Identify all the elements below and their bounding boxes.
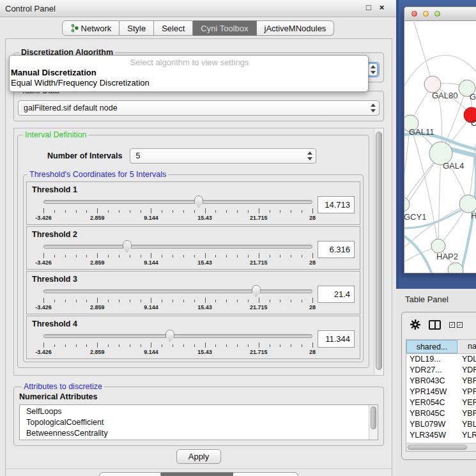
tick-mark xyxy=(248,210,249,213)
table-row[interactable]: YDR27...YDR2 xyxy=(406,365,476,376)
tick-mark xyxy=(43,298,44,303)
column-header-shared-name[interactable]: shared... xyxy=(406,340,457,353)
tick-mark xyxy=(54,210,55,213)
gear-icon[interactable] xyxy=(410,319,420,330)
attribute-list-item[interactable]: SelfLoops xyxy=(26,406,378,417)
slider-track[interactable] xyxy=(43,245,312,249)
zoom-traffic-light-icon[interactable] xyxy=(434,11,440,17)
screen: Control Panel □ × NetworkStyleSelectCyni… xyxy=(0,0,476,476)
table-row[interactable]: YBL079WYBL0 xyxy=(406,419,476,430)
network-node-gcy1[interactable] xyxy=(404,197,410,211)
tick-mark xyxy=(312,342,313,348)
slider-handle[interactable] xyxy=(165,330,174,342)
tab-cyni-toolbox[interactable]: Cyni Toolbox xyxy=(193,20,256,36)
attribute-list-item[interactable]: BetweennessCentrality xyxy=(26,428,378,439)
table-row[interactable]: YBR043CYBR0 xyxy=(406,376,476,387)
threshold-value-field[interactable]: 21.4 xyxy=(318,286,355,303)
network-node-bottom[interactable] xyxy=(448,263,463,273)
node-label: GAL4 xyxy=(443,161,464,171)
column-visibility-checkboxes-icon[interactable] xyxy=(449,322,463,328)
table-row[interactable]: YPR145WYPR1 xyxy=(406,387,476,397)
close-traffic-light-icon[interactable] xyxy=(411,11,417,17)
network-window-titlebar xyxy=(404,7,476,21)
table-panel-window: shared... na YDL19...YDL1YDR27...YDR2YBR… xyxy=(401,312,476,460)
dropdown-item-equal-width-frequency[interactable]: Equal Width/Frequency Discretization xyxy=(10,78,368,88)
close-window-icon[interactable]: × xyxy=(376,3,387,12)
stepper-icon[interactable] xyxy=(305,150,314,162)
table-data-combobox[interactable]: galFiltered.sif default node xyxy=(18,100,380,116)
tick-mark xyxy=(248,344,249,347)
tab-network[interactable]: Network xyxy=(62,20,120,36)
table-cell: YLR345W xyxy=(406,430,457,441)
network-node-hap2[interactable] xyxy=(431,239,445,253)
dropdown-item-placeholder[interactable]: Select algorithm to view settings xyxy=(10,58,368,68)
threshold-label: Threshold 4 xyxy=(32,319,355,328)
table-row[interactable]: YLR345WYLR3 xyxy=(406,430,476,441)
threshold-value-field[interactable]: 11.344 xyxy=(318,330,355,348)
column-header-name[interactable]: na xyxy=(457,340,476,353)
slider-handle[interactable] xyxy=(194,196,203,208)
attributes-to-discretize-group: Attributes to discretize Numerical Attri… xyxy=(13,382,384,446)
slider-track[interactable] xyxy=(43,289,312,293)
tab-infer-network[interactable]: Infer Network xyxy=(233,472,298,476)
minimize-traffic-light-icon[interactable] xyxy=(423,11,429,17)
threshold-slider[interactable]: -3.4262.8599.14415.4321.71528 xyxy=(43,240,312,267)
numerical-attributes-list[interactable]: SelfLoopsTopologicalCoefficientBetweenne… xyxy=(19,404,378,440)
dropdown-item-manual-discretization[interactable]: Manual Discretization xyxy=(10,68,368,78)
tick-mark xyxy=(86,255,87,257)
tick-mark xyxy=(280,255,280,257)
horizontal-scrollbar[interactable] xyxy=(406,443,476,451)
tab-discretize-data[interactable]: Discretize Data xyxy=(161,472,233,476)
tick-label: 9.144 xyxy=(144,215,158,221)
tick-mark xyxy=(151,342,151,348)
tab-style[interactable]: Style xyxy=(119,20,154,36)
tick-mark xyxy=(270,300,270,302)
scrollbar-thumb[interactable] xyxy=(376,132,382,370)
table-cell: YLR3 xyxy=(457,430,476,441)
tick-mark xyxy=(119,210,119,213)
network-node-right[interactable] xyxy=(459,195,476,213)
apply-button[interactable]: Apply xyxy=(176,449,222,464)
threshold-label: Threshold 2 xyxy=(32,230,355,239)
number-of-intervals-combobox[interactable]: 5 xyxy=(130,148,316,164)
list-scrollbar[interactable] xyxy=(369,405,378,440)
slider-handle[interactable] xyxy=(123,240,132,252)
tick-mark xyxy=(119,255,119,257)
tick-mark xyxy=(312,208,313,213)
stepper-icon[interactable] xyxy=(369,64,377,75)
table-row[interactable]: YBR045CYBR0 xyxy=(406,408,476,419)
split-view-icon[interactable] xyxy=(429,320,441,330)
network-tab-icon xyxy=(70,24,79,33)
vertical-scrollbar[interactable] xyxy=(374,128,383,375)
threshold-value-field[interactable]: 14.713 xyxy=(318,196,355,213)
slider-track[interactable] xyxy=(43,334,312,338)
threshold-slider[interactable]: -3.4262.8599.14415.4321.71528 xyxy=(43,330,312,357)
threshold-value-field[interactable]: 6.316 xyxy=(318,241,355,258)
tick-mark xyxy=(97,253,98,258)
table-cell: YDR27... xyxy=(406,365,457,376)
table-row[interactable]: YDL19...YDL1 xyxy=(406,354,476,365)
attribute-list-item[interactable]: TopologicalCoefficient xyxy=(26,417,378,428)
scrollbar-thumb[interactable] xyxy=(371,406,376,429)
tick-mark xyxy=(259,342,259,348)
tick-label: 21.715 xyxy=(250,349,268,355)
slider-handle[interactable] xyxy=(252,285,261,297)
slider-tick-labels: -3.4262.8599.14415.4321.71528 xyxy=(43,349,312,356)
table-row[interactable]: YER054CYER0 xyxy=(406,397,476,408)
slider-track[interactable] xyxy=(43,200,312,204)
tab-select[interactable]: Select xyxy=(154,20,193,36)
tab-jactivemnodules[interactable]: jActiveMNodules xyxy=(257,20,335,36)
tick-mark xyxy=(302,300,302,302)
tick-mark xyxy=(215,300,216,302)
threshold-slider[interactable]: -3.4262.8599.14415.4321.71528 xyxy=(43,285,312,312)
stepper-icon[interactable] xyxy=(369,102,377,114)
float-window-icon[interactable]: □ xyxy=(363,3,374,12)
tab-impute-data[interactable]: Impute Data xyxy=(99,472,161,476)
tick-mark xyxy=(65,210,66,213)
scrollbar-thumb[interactable] xyxy=(408,445,467,450)
threshold-label: Threshold 3 xyxy=(32,275,355,284)
network-canvas[interactable]: GAL80 GA GAL11 GAL4 C GCY1 H HAP2 xyxy=(404,22,476,273)
tick-mark xyxy=(259,253,259,258)
tick-mark xyxy=(54,255,55,257)
threshold-slider[interactable]: -3.4262.8599.14415.4321.71528 xyxy=(43,196,312,222)
